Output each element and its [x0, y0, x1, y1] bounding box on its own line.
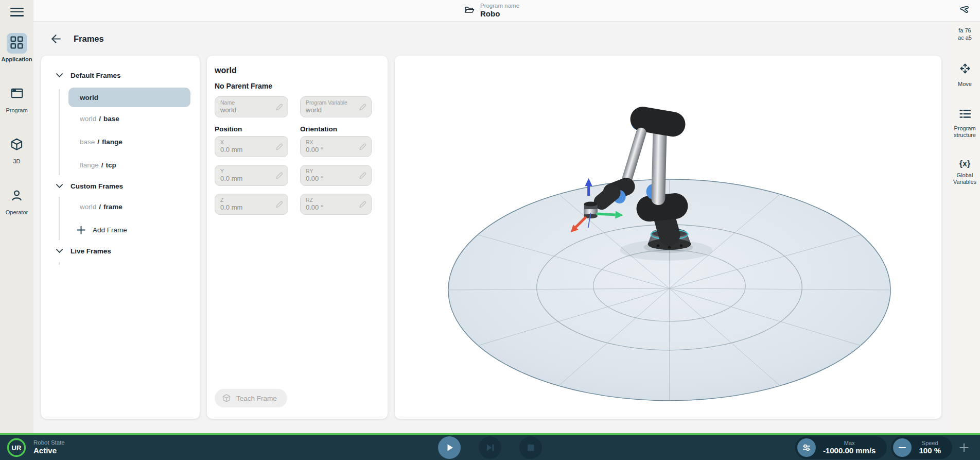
program-name-selector[interactable]: Program name Robo: [464, 3, 519, 18]
parent-frame-info: No Parent Frame: [215, 82, 380, 90]
robot-state-label: Robot State: [33, 439, 65, 446]
edit-pencil-icon: [358, 142, 367, 151]
tree-item-world-frame[interactable]: world/frame: [41, 195, 200, 218]
move-arrows-icon: [958, 62, 972, 77]
position-x-field[interactable]: X 0.0 mm: [215, 136, 288, 157]
tree-item-base-flange[interactable]: base/flange: [41, 130, 200, 154]
edit-pencil-icon: [275, 200, 284, 209]
stop-button[interactable]: [519, 436, 542, 459]
plus-icon: [76, 225, 86, 235]
tree-section-default-frames[interactable]: Default Frames: [41, 66, 200, 84]
sidebar-item-3d[interactable]: 3D: [1, 135, 33, 164]
orientation-ry-field[interactable]: RY 0.00 °: [300, 165, 372, 186]
tree-item-world-base[interactable]: world/base: [41, 107, 200, 130]
back-button[interactable]: [49, 32, 62, 45]
step-forward-button[interactable]: [479, 436, 501, 459]
hamburger-menu-icon[interactable]: [10, 5, 24, 19]
speed-decrease-button[interactable]: [893, 438, 912, 457]
rail-item-program-structure[interactable]: Program structure: [950, 108, 980, 139]
sidebar-item-operator[interactable]: Operator: [1, 186, 33, 215]
frame-title: world: [215, 66, 380, 75]
rail-label: Program structure: [950, 125, 980, 139]
edit-pencil-icon: [275, 103, 284, 112]
max-value: -1000.00 mm/s: [823, 446, 876, 455]
tree-section-custom-frames[interactable]: Custom Frames: [41, 177, 200, 195]
stop-icon: [523, 440, 538, 455]
tree-item-world[interactable]: world: [68, 88, 190, 107]
folder-open-icon: [464, 4, 475, 18]
speed-label: Speed: [919, 440, 941, 447]
program-name-value: Robo: [480, 9, 519, 18]
cube-icon: [222, 394, 231, 403]
position-y-field[interactable]: Y 0.0 mm: [215, 165, 288, 186]
tree-item-flange-tcp[interactable]: flange/tcp: [41, 154, 200, 177]
minus-icon: [896, 441, 908, 454]
position-heading: Position: [215, 125, 288, 133]
sidebar-label: 3D: [13, 158, 20, 164]
max-label: Max: [823, 440, 876, 447]
skip-next-icon: [483, 440, 497, 455]
teach-frame-button[interactable]: Teach Frame: [215, 389, 287, 407]
program-name-label: Program name: [480, 3, 519, 9]
speed-value: 100 %: [919, 446, 941, 455]
name-field[interactable]: Name world: [215, 96, 288, 117]
footer-bar: UR Robot State Active: [0, 433, 980, 460]
rail-label: Move: [957, 81, 973, 88]
play-icon: [442, 440, 457, 455]
sidebar-item-application[interactable]: Application: [1, 33, 33, 62]
orientation-rx-field[interactable]: RX 0.00 °: [300, 136, 372, 157]
main-content: Frames Default Frames world world/base: [33, 22, 950, 433]
add-frame-button[interactable]: Add Frame: [41, 218, 200, 242]
edit-pencil-icon: [358, 103, 367, 112]
list-structure-icon: [958, 108, 972, 122]
application-grid-icon: [10, 36, 24, 52]
position-z-field[interactable]: Z 0.0 mm: [215, 194, 288, 215]
edit-pencil-icon: [358, 171, 367, 180]
rail-item-global-variables[interactable]: {x} Global Variables: [950, 159, 980, 185]
top-bar: Program name Robo: [33, 0, 950, 22]
sidebar-label: Application: [2, 56, 32, 62]
cube-3d-icon: [10, 138, 24, 154]
page-title: Frames: [74, 34, 104, 44]
sidebar-item-program[interactable]: Program: [1, 84, 33, 113]
chevron-down-icon: [56, 183, 63, 189]
robot-serial: fa 76 ac a5: [950, 27, 980, 41]
3d-view-panel: [395, 56, 941, 419]
edit-pencil-icon: [275, 171, 284, 180]
sliders-icon: [800, 441, 813, 454]
rail-label: Global Variables: [950, 172, 980, 185]
left-sidebar: Application Program 3D: [0, 0, 33, 433]
svg-text:UR: UR: [12, 444, 22, 452]
sidebar-label: Program: [6, 107, 27, 113]
orientation-heading: Orientation: [300, 125, 372, 133]
play-button[interactable]: [438, 436, 461, 459]
program-variable-field[interactable]: Program Variable world: [300, 96, 372, 117]
tree-section-live-frames[interactable]: Live Frames: [41, 242, 200, 260]
variables-brace-icon: {x}: [959, 159, 970, 168]
speed-increase-button[interactable]: [956, 440, 972, 455]
sidebar-label: Operator: [6, 209, 28, 215]
freedrive-hand-icon[interactable]: [958, 4, 972, 18]
rail-item-move[interactable]: Move: [950, 62, 980, 88]
polyscope-app: Application Program 3D: [0, 0, 980, 460]
edit-pencil-icon: [358, 200, 367, 209]
right-sidebar: fa 76 ac a5 Move Program structure: [950, 0, 980, 433]
program-window-icon: [10, 87, 24, 102]
robot-state-value: Active: [33, 446, 65, 455]
frame-details-panel: world No Parent Frame Name world Program…: [207, 56, 388, 419]
3d-viewport[interactable]: [395, 56, 941, 419]
speed-pill: Speed 100 %: [891, 436, 952, 459]
ur-logo: UR: [6, 437, 27, 458]
operator-person-icon: [10, 189, 24, 205]
orientation-rz-field[interactable]: RZ 0.00 °: [300, 194, 372, 215]
chevron-down-icon: [56, 73, 63, 78]
edit-pencil-icon: [275, 142, 284, 151]
max-speed-pill: Max -1000.00 mm/s: [795, 436, 887, 459]
frames-tree-panel: Default Frames world world/base base/fla…: [41, 56, 200, 419]
plus-icon: [957, 441, 971, 454]
speed-settings-button[interactable]: [797, 438, 816, 457]
chevron-down-icon: [56, 248, 63, 253]
